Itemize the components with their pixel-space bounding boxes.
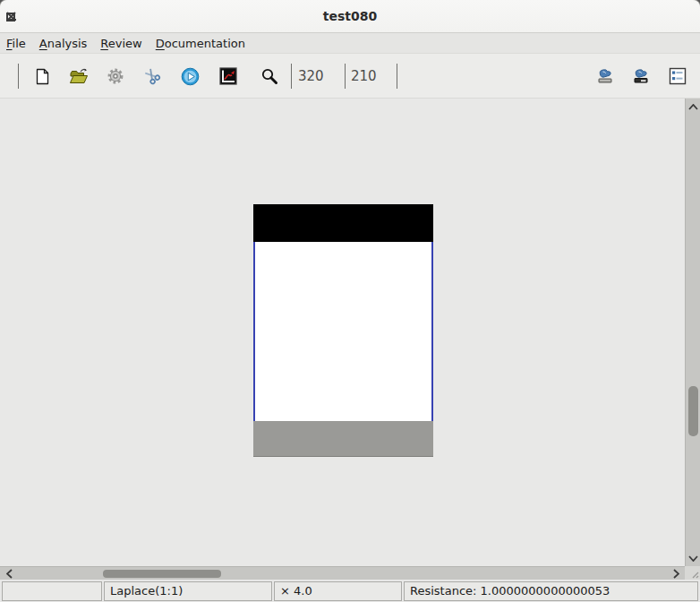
menu-review[interactable]: Review [100, 37, 141, 50]
titlebar: test080 [0, 0, 700, 33]
chevron-down-icon [688, 555, 698, 562]
vertical-scrollbar[interactable] [685, 99, 700, 566]
open-folder-icon [69, 67, 89, 85]
statusbar: Laplace(1:1) × 4.0 Resistance: 1.0000000… [0, 580, 700, 602]
chevron-up-icon [688, 104, 698, 110]
close-icon [6, 12, 16, 22]
scroll-left-button[interactable] [3, 567, 15, 580]
horizontal-scroll-thumb[interactable] [103, 570, 221, 578]
close-button[interactable] [0, 0, 21, 33]
toolbar-separator [18, 64, 19, 89]
menu-documentation[interactable]: Documentation [156, 37, 245, 50]
plot-chart-button[interactable] [217, 64, 240, 88]
open-file-button[interactable] [67, 64, 90, 88]
specimen-image [253, 204, 433, 457]
status-resistance-result: Resistance: 1.0000000000000053 [404, 581, 698, 601]
magnifier-icon [260, 67, 278, 85]
specimen-body [253, 242, 433, 421]
menubar: File Analysis Review Documentation [0, 33, 700, 54]
scroll-right-button[interactable] [670, 567, 682, 580]
snapshot-b-button[interactable] [629, 64, 653, 88]
toolbar-separator [291, 64, 292, 89]
new-file-button[interactable] [30, 64, 54, 88]
snapshot-a-button[interactable] [593, 64, 617, 88]
toolbar-separator [397, 64, 397, 89]
menu-file[interactable]: File [6, 37, 26, 50]
snapshot-dark-icon [631, 67, 651, 85]
horizontal-scrollbar[interactable] [0, 566, 685, 580]
zoom-button[interactable] [258, 64, 281, 88]
chevron-right-icon [673, 569, 679, 579]
menu-analysis[interactable]: Analysis [39, 37, 88, 50]
resize-grip-icon [690, 570, 699, 579]
scroll-up-button[interactable] [686, 100, 700, 113]
gear-icon [107, 67, 124, 85]
settings-button[interactable] [104, 64, 127, 88]
status-zoom-factor: × 4.0 [274, 581, 402, 601]
scrollbar-corner [685, 566, 700, 580]
snapshot-icon [595, 67, 615, 85]
chart-icon [219, 67, 237, 85]
status-segment-empty [2, 581, 102, 601]
image-width-value: 320 [298, 64, 324, 88]
cut-button[interactable] [141, 64, 164, 88]
play-circle-icon [181, 67, 200, 86]
scroll-down-button[interactable] [686, 552, 700, 564]
image-height-value: 210 [351, 64, 377, 88]
chevron-left-icon [6, 569, 13, 579]
specimen-bottom-electrode [253, 421, 433, 457]
properties-button[interactable] [666, 64, 689, 88]
run-analysis-button[interactable] [178, 64, 201, 88]
new-document-icon [34, 68, 51, 85]
scissors-icon [143, 67, 161, 85]
status-solver-mode: Laplace(1:1) [104, 581, 272, 601]
image-canvas[interactable] [0, 99, 685, 566]
properties-list-icon [669, 67, 687, 85]
toolbar: 320 210 [0, 54, 700, 99]
specimen-top-electrode [253, 204, 433, 242]
app-window: test080 File Analysis Review Documentati… [0, 0, 700, 602]
vertical-scroll-thumb[interactable] [688, 386, 698, 436]
window-title: test080 [0, 0, 700, 33]
toolbar-separator [345, 64, 346, 89]
